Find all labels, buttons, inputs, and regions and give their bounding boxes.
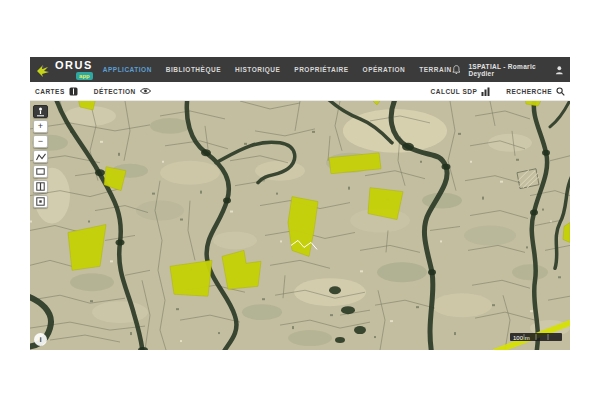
bar-chart-icon	[481, 87, 490, 96]
rectangle-draw-icon	[36, 168, 45, 175]
notifications-bell-icon[interactable]	[452, 64, 461, 76]
search-icon	[556, 87, 565, 96]
menu-item-proprietaire[interactable]: PROPRIÉTAIRE	[294, 66, 348, 73]
user-account[interactable]: 1SPATIAL - Romaric Deydier	[468, 63, 564, 77]
locate-button[interactable]	[33, 105, 48, 118]
toolbar-right: CALCUL SDP RECHERCHE	[415, 87, 565, 96]
main-menu: APPLICATION BIBLIOTHÈQUE HISTORIQUE PROP…	[103, 66, 452, 73]
recherche-button[interactable]: RECHERCHE	[506, 87, 565, 96]
detection-button[interactable]: DÉTECTION	[94, 87, 151, 95]
calcul-sdp-button[interactable]: CALCUL SDP	[431, 87, 491, 96]
map-toolbar: CARTES DÉTECTION CALCUL SDP	[30, 82, 570, 101]
user-name: 1SPATIAL - Romaric Deydier	[468, 63, 551, 77]
attribution-info-button[interactable]: i	[34, 333, 47, 346]
swipe-compare-icon	[36, 182, 45, 191]
user-icon	[555, 65, 564, 75]
map-panel-icon	[69, 87, 78, 96]
map-tools: + −	[33, 105, 48, 208]
app-window: ORUS app APPLICATION BIBLIOTHÈQUE HISTOR…	[30, 57, 570, 350]
cartes-button[interactable]: CARTES	[35, 87, 78, 96]
navbar-right: 1SPATIAL - Romaric Deydier	[452, 63, 564, 77]
navbar: ORUS app APPLICATION BIBLIOTHÈQUE HISTOR…	[30, 57, 570, 82]
zoom-in-button[interactable]: +	[33, 120, 48, 133]
logo[interactable]: ORUS app	[36, 60, 93, 80]
aerial-cadastre-layer: 100 m	[30, 101, 570, 350]
orus-bird-icon	[36, 62, 52, 78]
measure-line-button[interactable]	[33, 150, 48, 163]
menu-item-operation[interactable]: OPÉRATION	[363, 66, 406, 73]
measure-line-icon	[36, 153, 46, 161]
logo-app-badge: app	[76, 72, 93, 80]
calcul-sdp-label: CALCUL SDP	[431, 88, 478, 95]
scale-bar: 100 m	[510, 333, 562, 341]
pegman-icon	[36, 107, 45, 117]
eye-icon	[140, 87, 151, 95]
extent-icon	[36, 197, 45, 206]
recherche-label: RECHERCHE	[506, 88, 552, 95]
compare-swipe-button[interactable]	[33, 180, 48, 193]
menu-item-terrain[interactable]: TERRAIN	[419, 66, 451, 73]
draw-rectangle-button[interactable]	[33, 165, 48, 178]
extent-button[interactable]	[33, 195, 48, 208]
scale-label: 100 m	[513, 335, 530, 341]
cartes-label: CARTES	[35, 88, 65, 95]
detection-label: DÉTECTION	[94, 88, 136, 95]
zoom-out-button[interactable]: −	[33, 135, 48, 148]
menu-item-historique[interactable]: HISTORIQUE	[235, 66, 280, 73]
menu-item-bibliotheque[interactable]: BIBLIOTHÈQUE	[166, 66, 221, 73]
menu-item-application[interactable]: APPLICATION	[103, 66, 152, 73]
logo-text: ORUS	[55, 60, 93, 71]
map-canvas[interactable]: 100 m + −	[30, 101, 570, 350]
